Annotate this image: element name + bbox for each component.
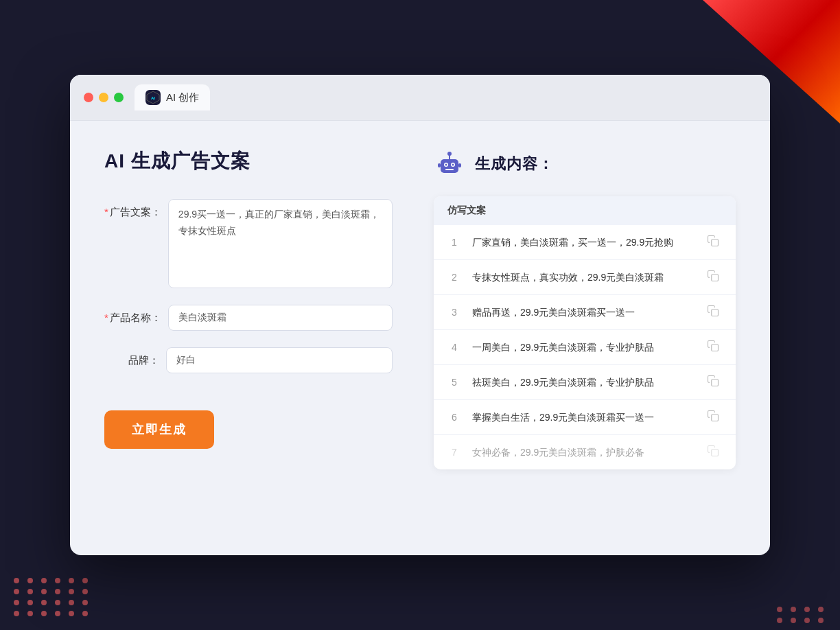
required-star-ad: * (104, 206, 108, 218)
copy-button[interactable] (707, 270, 722, 285)
svg-rect-17 (712, 380, 719, 386)
svg-point-5 (445, 164, 447, 166)
ad-copy-input[interactable] (168, 199, 393, 288)
ad-copy-label: *广告文案： (104, 199, 161, 219)
right-title: 生成内容： (475, 154, 554, 174)
result-text: 赠品再送，29.9元美白淡斑霜买一送一 (472, 305, 696, 320)
result-row: 7女神必备，29.9元美白淡斑霜，护肤必备 (434, 435, 736, 469)
result-text: 女神必备，29.9元美白淡斑霜，护肤必备 (472, 445, 696, 460)
result-number: 1 (447, 237, 461, 248)
svg-rect-13 (712, 240, 719, 246)
main-content: AI 生成广告文案 *广告文案： *产品名称： 品牌： 立 (70, 121, 770, 533)
copy-button[interactable] (707, 375, 722, 390)
product-name-group: *产品名称： (104, 305, 393, 331)
right-header: 生成内容： (434, 148, 736, 180)
svg-rect-19 (712, 450, 719, 456)
dot-grid-decoration (14, 578, 91, 616)
result-row: 4一周美白，29.9元美白淡斑霜，专业护肤品 (434, 330, 736, 365)
svg-rect-2 (441, 159, 458, 173)
traffic-light-red[interactable] (84, 93, 93, 102)
brand-label: 品牌： (104, 347, 159, 367)
browser-window: AI AI 创作 AI 生成广告文案 *广告文案： *产品名称： (70, 75, 770, 555)
required-star-product: * (104, 312, 108, 323)
copy-button[interactable] (707, 340, 722, 355)
result-text: 一周美白，29.9元美白淡斑霜，专业护肤品 (472, 340, 696, 355)
product-name-label: *产品名称： (104, 305, 161, 325)
result-number: 3 (447, 307, 461, 318)
title-bar: AI AI 创作 (70, 75, 770, 121)
robot-svg (434, 148, 465, 180)
result-row: 5祛斑美白，29.9元美白淡斑霜，专业护肤品 (434, 365, 736, 400)
svg-rect-16 (712, 345, 719, 351)
right-panel: 生成内容： 仿写文案 1厂家直销，美白淡斑霜，买一送一，29.9元抢购 2专抹女… (434, 148, 736, 505)
result-number: 4 (447, 342, 461, 353)
result-number: 6 (447, 412, 461, 423)
browser-tab[interactable]: AI AI 创作 (135, 84, 210, 110)
result-text: 掌握美白生活，29.9元美白淡斑霜买一送一 (472, 410, 696, 425)
result-row: 6掌握美白生活，29.9元美白淡斑霜买一送一 (434, 400, 736, 435)
svg-rect-11 (458, 163, 461, 167)
brand-input[interactable] (166, 347, 393, 373)
result-number: 5 (447, 377, 461, 388)
tab-icon-svg: AI (145, 90, 161, 105)
product-name-input[interactable] (168, 305, 393, 331)
svg-rect-10 (438, 163, 441, 167)
svg-rect-7 (445, 169, 454, 170)
results-header: 仿写文案 (434, 196, 736, 225)
result-number: 7 (447, 447, 461, 458)
ad-copy-group: *广告文案： (104, 199, 393, 288)
page-title: AI 生成广告文案 (104, 148, 393, 174)
copy-button[interactable] (707, 410, 722, 425)
generate-button[interactable]: 立即生成 (104, 410, 214, 449)
svg-rect-18 (712, 415, 719, 421)
traffic-light-yellow[interactable] (99, 93, 108, 102)
left-panel: AI 生成广告文案 *广告文案： *产品名称： 品牌： 立 (104, 148, 393, 505)
bg-decoration-bottom-right (777, 607, 826, 623)
copy-button[interactable] (707, 445, 722, 460)
result-number: 2 (447, 272, 461, 283)
svg-point-6 (452, 164, 454, 166)
robot-icon (434, 148, 465, 180)
svg-point-9 (447, 152, 452, 156)
result-text: 专抹女性斑点，真实功效，29.9元美白淡斑霜 (472, 270, 696, 285)
brand-group: 品牌： (104, 347, 393, 373)
results-container: 仿写文案 1厂家直销，美白淡斑霜，买一送一，29.9元抢购 2专抹女性斑点，真实… (434, 196, 736, 469)
copy-button[interactable] (707, 305, 722, 320)
traffic-lights (84, 93, 124, 102)
result-text: 厂家直销，美白淡斑霜，买一送一，29.9元抢购 (472, 235, 696, 250)
svg-text:AI: AI (151, 96, 155, 100)
tab-label: AI 创作 (166, 91, 199, 104)
traffic-light-green[interactable] (114, 93, 124, 102)
results-list: 1厂家直销，美白淡斑霜，买一送一，29.9元抢购 2专抹女性斑点，真实功效，29… (434, 225, 736, 469)
svg-rect-14 (712, 275, 719, 281)
bg-decoration-bottom-left (0, 564, 104, 630)
result-row: 2专抹女性斑点，真实功效，29.9元美白淡斑霜 (434, 260, 736, 295)
result-text: 祛斑美白，29.9元美白淡斑霜，专业护肤品 (472, 375, 696, 390)
copy-button[interactable] (707, 235, 722, 250)
result-row: 1厂家直销，美白淡斑霜，买一送一，29.9元抢购 (434, 225, 736, 260)
tab-icon: AI (145, 90, 161, 105)
result-row: 3赠品再送，29.9元美白淡斑霜买一送一 (434, 295, 736, 330)
svg-rect-15 (712, 310, 719, 316)
